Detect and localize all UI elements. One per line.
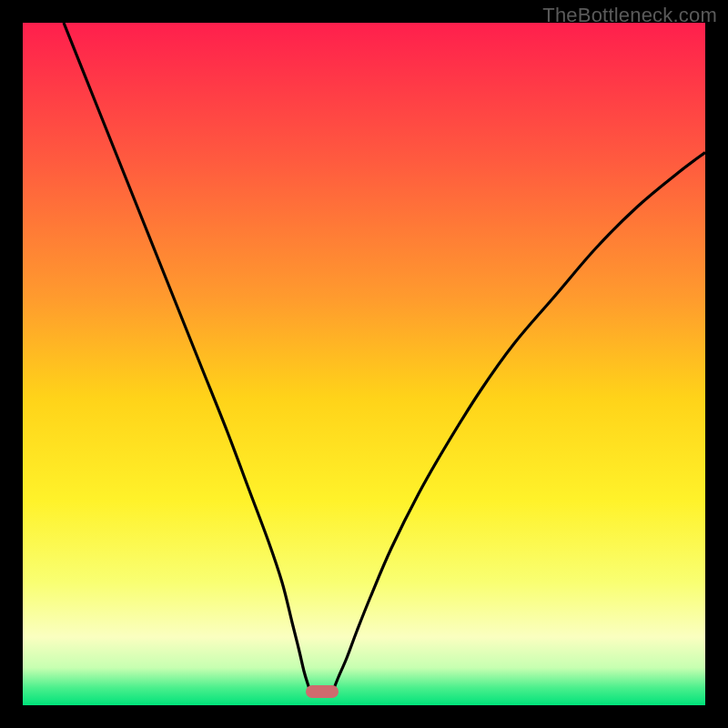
curves-layer [23,23,705,705]
watermark-text: TheBottleneck.com [542,4,717,27]
optimal-marker [306,685,339,698]
chart-frame: TheBottleneck.com [0,0,728,728]
curve-left-branch [64,23,310,691]
plot-area [23,23,705,705]
curve-right-branch [333,153,705,691]
